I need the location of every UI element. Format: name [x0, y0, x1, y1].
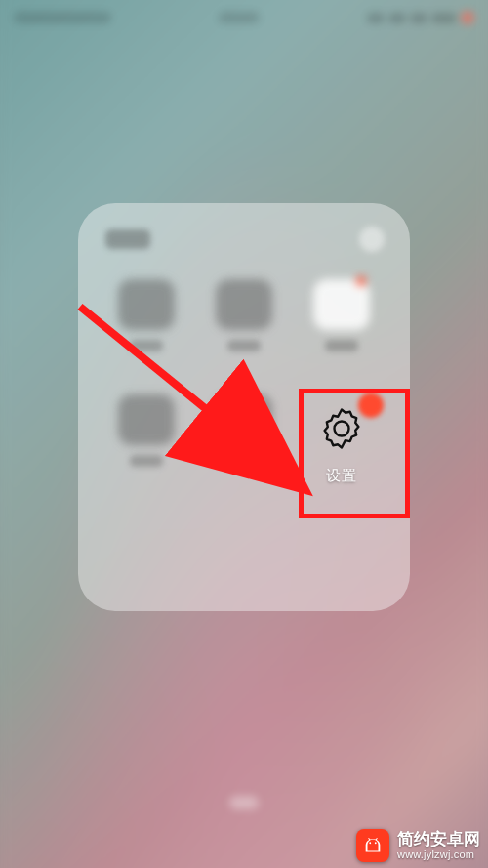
app-item[interactable]	[197, 279, 291, 351]
app-label	[227, 340, 261, 351]
carrier-label	[14, 12, 111, 23]
notification-badge	[358, 393, 384, 418]
app-label	[325, 340, 358, 351]
app-label	[227, 455, 261, 467]
android-icon	[356, 829, 389, 862]
app-label	[130, 340, 163, 351]
app-item[interactable]	[197, 394, 291, 467]
app-item[interactable]	[295, 279, 388, 351]
folder-menu-button[interactable]	[359, 227, 385, 252]
settings-app[interactable]: 设置	[295, 394, 388, 485]
folder-title	[105, 229, 150, 249]
app-icon	[118, 279, 175, 330]
app-icon	[216, 279, 272, 330]
page-indicator	[229, 796, 259, 809]
app-icon	[216, 394, 272, 445]
settings-label: 设置	[326, 467, 357, 485]
status-indicators	[367, 11, 474, 24]
clock-label	[219, 12, 260, 23]
watermark-url: www.jylzwj.com	[397, 848, 480, 860]
svg-point-0	[335, 422, 349, 436]
app-label	[130, 455, 163, 467]
status-bar	[0, 0, 488, 35]
folder-grid: 设置	[98, 266, 390, 504]
app-icon	[118, 394, 175, 445]
app-icon	[313, 279, 370, 330]
app-item[interactable]	[100, 394, 193, 467]
app-folder[interactable]: 设置	[78, 203, 410, 611]
watermark: 简约安卓网 www.jylzwj.com	[356, 829, 480, 862]
watermark-brand: 简约安卓网	[397, 831, 480, 849]
app-item[interactable]	[100, 279, 193, 351]
gear-icon	[318, 405, 365, 452]
